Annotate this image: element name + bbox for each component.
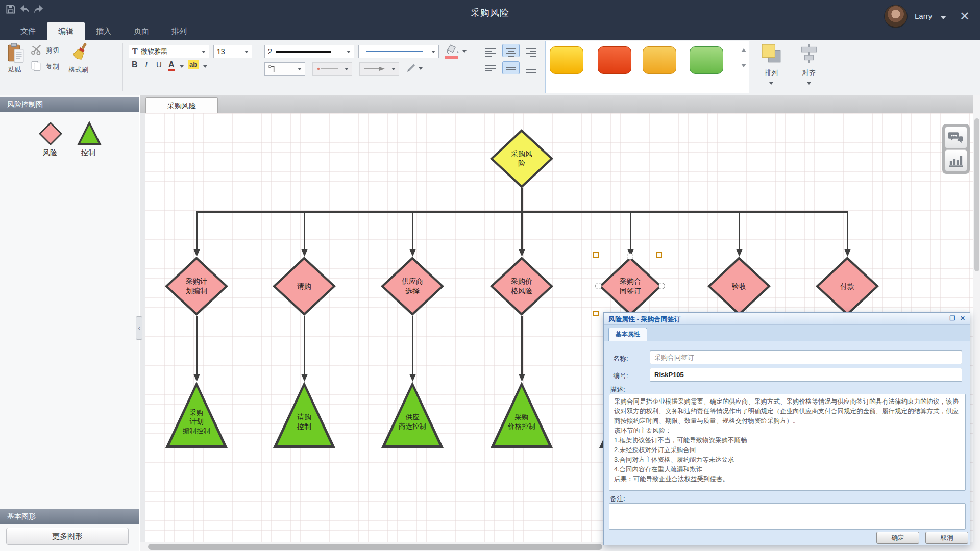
basic-shapes-header[interactable]: 基本图形 [0,509,139,524]
cut-button[interactable]: 剪切 [46,46,59,55]
menu-tab-edit[interactable]: 编辑 [47,22,85,40]
font-size-select[interactable]: 13 [213,45,252,58]
align-text-left-button[interactable] [482,44,499,57]
line-width-select[interactable]: 2 [264,45,354,58]
font-family-select[interactable]: T 微软雅黑 [129,45,209,58]
menu-tab-arrange[interactable]: 排列 [160,22,198,40]
align-text-middle-button[interactable] [502,61,520,74]
pen-icon[interactable] [405,62,416,73]
code-input[interactable] [650,368,962,382]
node-risk-acceptance[interactable]: 验收 [707,257,771,316]
align-text-top-button[interactable] [482,61,499,74]
align-text-center-button[interactable] [502,44,520,57]
cut-icon[interactable] [31,44,43,55]
fill-color-caret-icon[interactable] [462,50,467,53]
node-risk-price[interactable]: 采购价 格风险 [490,257,553,316]
dialog-title-bar[interactable]: 风险属性 - 采购合同签订 ❐ ✕ [604,313,970,325]
vertical-scrollbar[interactable] [973,95,980,551]
connector-root-stub[interactable] [521,188,523,212]
line-end-select[interactable] [359,62,399,76]
node-control-plan[interactable]: 采购 计划 编制控制 [165,382,228,448]
copy-button[interactable]: 复制 [46,62,59,71]
paste-icon[interactable] [7,43,26,63]
format-painter-button[interactable]: 格式刷 [68,65,88,74]
node-risk-plan[interactable]: 采购计 划编制 [165,257,228,316]
node-root-risk[interactable]: 采购风 险 [490,129,553,188]
underline-button[interactable]: U [156,60,162,69]
italic-button[interactable]: I [145,60,148,69]
user-menu-caret-icon[interactable] [940,16,946,19]
align-button[interactable]: 对齐 [792,42,826,93]
avatar[interactable] [884,5,908,28]
horizontal-scrollbar-thumb[interactable] [148,544,602,550]
cancel-button[interactable]: 取消 [925,532,968,544]
node-risk-supplier[interactable]: 供应商 选择 [381,257,444,316]
selection-handle-top-right[interactable] [656,252,662,258]
comments-button[interactable] [945,127,967,148]
menu-tab-file[interactable]: 文件 [9,22,47,40]
connector-type-select[interactable] [264,62,305,76]
bold-button[interactable]: B [132,60,138,69]
dialog-restore-icon[interactable]: ❐ [948,315,957,322]
stencil-header[interactable]: 风险控制图 [0,97,139,112]
save-icon[interactable] [5,4,16,15]
theme-swatch-green[interactable] [690,46,723,74]
name-input[interactable] [650,350,962,364]
node-control-requisition[interactable]: 请购 控制 [273,382,335,448]
connector-drop[interactable] [196,211,198,249]
highlight-button[interactable]: ab [188,60,199,69]
connector-drop[interactable] [304,211,305,249]
connector-risk-control[interactable] [412,316,413,374]
menu-tab-page[interactable]: 页面 [122,22,160,40]
connector-drop[interactable] [521,211,523,249]
fill-color-icon[interactable] [445,44,460,56]
close-icon[interactable]: ✕ [960,9,970,23]
connector-risk-control[interactable] [304,316,305,374]
description-textarea[interactable]: 采购合同是指企业根据采购需要、确定的供应商、采购方式、采购价格等情况与供应商签订… [609,394,966,491]
theme-swatch-yellow[interactable] [550,46,583,74]
stencil-shape-control[interactable] [77,121,102,145]
vertical-scrollbar-thumb[interactable] [974,118,979,271]
connector-drop[interactable] [412,211,413,249]
undo-icon[interactable] [19,4,31,15]
node-control-price[interactable]: 采购 价格控制 [491,382,553,448]
swatch-scroll-down-icon[interactable] [741,64,746,67]
connector-drop[interactable] [630,211,631,249]
swatch-scroll-up-icon[interactable] [741,48,746,52]
connector-drop[interactable] [847,211,848,249]
dialog-close-icon[interactable]: ✕ [959,315,967,322]
node-risk-payment[interactable]: 付款 [816,257,879,316]
note-textarea[interactable] [609,503,966,530]
line-begin-select[interactable] [312,62,352,76]
user-name[interactable]: Larry [915,12,932,20]
connection-point-left[interactable] [595,283,602,289]
page-tab[interactable]: 采购风险 [145,97,218,113]
theme-swatch-amber[interactable] [643,46,676,74]
chart-button[interactable] [945,149,967,171]
format-painter-icon[interactable] [71,41,90,62]
more-shapes-button[interactable]: 更多图形 [6,528,129,545]
stencil-shape-risk[interactable] [39,122,62,145]
connector-risk-control[interactable] [196,316,198,374]
menu-tab-insert[interactable]: 插入 [85,22,122,40]
highlight-caret-icon[interactable] [203,65,207,68]
node-risk-requisition[interactable]: 请购 [273,257,336,316]
align-text-bottom-button[interactable] [523,61,540,74]
ok-button[interactable]: 确定 [876,532,919,544]
font-color-button[interactable]: A [168,60,175,71]
selection-handle-bottom-left[interactable] [593,311,599,316]
align-text-right-button[interactable] [523,44,540,57]
pen-caret-icon[interactable] [419,67,423,70]
dialog-tab-basic[interactable]: 基本属性 [608,328,647,341]
selection-handle-top-left[interactable] [593,252,599,258]
connection-point-right[interactable] [658,283,665,289]
sidebar-collapse-handle[interactable]: ‹ [136,316,142,340]
line-color-select[interactable] [358,45,439,58]
connection-point-top[interactable] [627,253,633,260]
node-control-supplier[interactable]: 供应 商选控制 [381,382,444,448]
connector-risk-control[interactable] [521,316,523,374]
connector-drop[interactable] [739,211,740,249]
theme-swatch-red[interactable] [598,46,631,74]
arrange-button[interactable]: 排列 [754,42,788,93]
redo-icon[interactable] [33,4,44,15]
